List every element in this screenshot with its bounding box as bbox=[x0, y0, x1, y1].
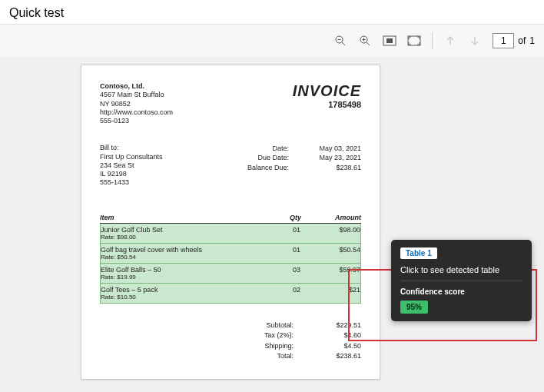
col-qty-header: Qty bbox=[255, 214, 301, 221]
item-qty: 01 bbox=[254, 246, 300, 261]
sender-addr1: 4567 Main St Buffalo bbox=[100, 91, 173, 99]
item-name: Elite Golf Balls – 50 bbox=[101, 266, 254, 274]
page-total: 1 bbox=[529, 35, 535, 46]
confidence-badge: 95% bbox=[400, 301, 428, 314]
tooltip-hint: Click to see detected table bbox=[400, 265, 522, 274]
svg-line-4 bbox=[367, 42, 370, 45]
page-of-label: of bbox=[518, 35, 526, 46]
invoice-document: Contoso, Ltd. 4567 Main St Buffalo NY 90… bbox=[81, 65, 380, 380]
subtotal-label: Subtotal: bbox=[236, 321, 294, 331]
sender-url: http://www.contoso.com bbox=[100, 108, 173, 117]
sender-block: Contoso, Ltd. 4567 Main St Buffalo NY 90… bbox=[100, 82, 173, 125]
item-qty: 01 bbox=[254, 226, 300, 241]
tax-label: Tax (2%): bbox=[236, 331, 294, 341]
next-page-icon bbox=[468, 34, 482, 48]
zoom-out-icon[interactable] bbox=[333, 34, 347, 48]
page-indicator: of 1 bbox=[493, 33, 535, 48]
due-label: Due Date: bbox=[235, 153, 289, 162]
table-row: Golf bag travel cover with wheelsRate: $… bbox=[101, 244, 360, 264]
toolbar-divider bbox=[432, 32, 433, 49]
item-qty: 02 bbox=[254, 286, 300, 301]
billto-addr2: IL 92198 bbox=[100, 170, 163, 178]
line-items-table: Item Qty Amount Junior Golf Club SetRate… bbox=[100, 214, 361, 304]
page-header: Quick test bbox=[0, 0, 544, 25]
svg-line-1 bbox=[342, 42, 345, 45]
item-rate: Rate: $50.54 bbox=[101, 254, 254, 261]
subtotal-value: $229.51 bbox=[315, 321, 361, 331]
totals-block: Subtotal:$229.51 Tax (2%):$4.60 Shipping… bbox=[100, 321, 361, 362]
sender-addr2: NY 90852 bbox=[100, 100, 173, 108]
document-canvas: Contoso, Ltd. 4567 Main St Buffalo NY 90… bbox=[0, 57, 544, 392]
table-row: Golf Tees – 5 packRate: $10.50 02 $21 bbox=[101, 284, 360, 303]
tax-value: $4.60 bbox=[315, 331, 361, 341]
col-item-header: Item bbox=[100, 214, 255, 221]
item-name: Golf bag travel cover with wheels bbox=[101, 246, 254, 254]
sender-phone: 555-0123 bbox=[100, 117, 173, 125]
svg-rect-9 bbox=[408, 36, 420, 45]
due-value: May 23, 2021 bbox=[309, 153, 361, 162]
tooltip-divider bbox=[400, 281, 522, 281]
table-tooltip[interactable]: Table 1 Click to see detected table Conf… bbox=[391, 240, 532, 321]
item-amount: $50.54 bbox=[300, 246, 360, 261]
prev-page-icon bbox=[443, 34, 457, 48]
balance-label: Balance Due: bbox=[235, 163, 289, 172]
item-amount: $21 bbox=[300, 286, 360, 301]
col-amount-header: Amount bbox=[301, 214, 361, 221]
billto-phone: 555-1433 bbox=[100, 178, 163, 187]
date-value: May 03, 2021 bbox=[309, 144, 361, 153]
fit-width-icon[interactable] bbox=[383, 34, 396, 48]
svg-rect-8 bbox=[386, 38, 393, 43]
sender-name: Contoso, Ltd. bbox=[100, 82, 173, 91]
confidence-label: Confidence score bbox=[400, 287, 522, 296]
date-label: Date: bbox=[235, 144, 289, 153]
invoice-number: 1785498 bbox=[293, 100, 361, 109]
table-row: Junior Golf Club SetRate: $98.00 01 $98.… bbox=[101, 224, 360, 244]
invoice-heading: INVOICE bbox=[293, 82, 361, 100]
fit-page-icon[interactable] bbox=[407, 34, 421, 48]
item-qty: 03 bbox=[254, 266, 300, 281]
billto-block: Bill to: First Up Consultants 234 Sea St… bbox=[100, 144, 163, 187]
billto-label: Bill to: bbox=[100, 144, 163, 152]
page-input[interactable] bbox=[493, 33, 514, 48]
item-amount: $98.00 bbox=[300, 226, 360, 241]
invoice-title-block: INVOICE 1785498 bbox=[293, 82, 361, 125]
shipping-value: $4.50 bbox=[315, 341, 361, 352]
billto-addr1: 234 Sea St bbox=[100, 161, 163, 170]
zoom-in-icon[interactable] bbox=[358, 34, 372, 48]
shipping-label: Shipping: bbox=[236, 341, 294, 352]
detected-table-region[interactable]: Junior Golf Club SetRate: $98.00 01 $98.… bbox=[100, 224, 361, 304]
meta-block: Date:May 03, 2021 Due Date:May 23, 2021 … bbox=[235, 144, 361, 187]
item-name: Junior Golf Club Set bbox=[101, 226, 254, 234]
tooltip-tag: Table 1 bbox=[400, 247, 437, 259]
total-value: $238.61 bbox=[315, 351, 361, 362]
item-name: Golf Tees – 5 pack bbox=[101, 286, 254, 294]
total-label: Total: bbox=[236, 351, 294, 362]
billto-name: First Up Consultants bbox=[100, 153, 163, 161]
balance-value: $238.61 bbox=[309, 163, 361, 172]
item-amount: $59.97 bbox=[300, 266, 360, 281]
item-rate: Rate: $10.50 bbox=[101, 294, 254, 301]
page-title: Quick test bbox=[9, 6, 64, 19]
item-rate: Rate: $98.00 bbox=[101, 234, 254, 241]
viewer-toolbar: of 1 bbox=[0, 25, 544, 57]
table-row: Elite Golf Balls – 50Rate: $19.99 03 $59… bbox=[101, 264, 360, 284]
item-rate: Rate: $19.99 bbox=[101, 274, 254, 281]
